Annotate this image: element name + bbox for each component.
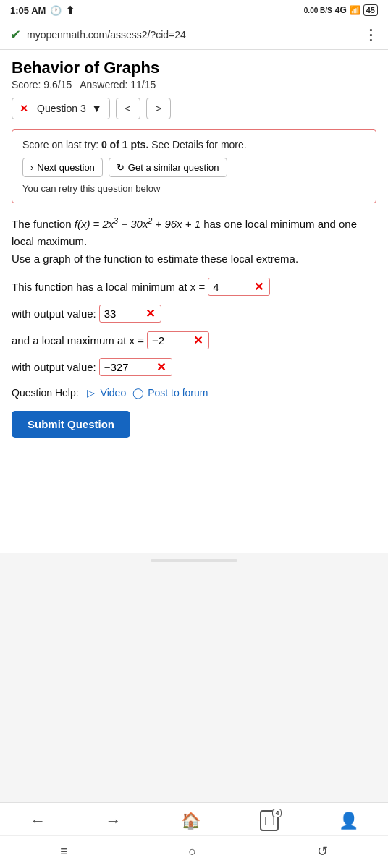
forum-icon: ◯	[132, 386, 145, 399]
local-max-clear-button[interactable]: ✕	[192, 333, 204, 347]
reload-button[interactable]: ↺	[303, 841, 342, 862]
security-shield-icon: ✔	[10, 27, 21, 43]
math-formula: f(x) = 2x3 − 30x2 + 96x + 1	[75, 218, 201, 230]
output-value-2-input[interactable]	[104, 361, 155, 373]
local-min-input[interactable]	[213, 281, 253, 293]
output-value-1-input[interactable]	[104, 307, 144, 320]
retry-text-container: You can retry this question below	[22, 182, 366, 194]
local-min-label: This function has a local minimum at x =	[12, 281, 205, 293]
battery-display: 45	[363, 4, 378, 16]
post-to-forum-label: Post to forum	[148, 387, 208, 399]
question-nav: ✕ Question 3 ▼ < >	[12, 98, 376, 119]
local-max-row: and a local maximum at x = ✕	[12, 331, 376, 349]
status-right: 0.00 B/S 4G 📶 45	[304, 4, 378, 16]
forward-icon: →	[106, 812, 122, 830]
tabs-button[interactable]: □ 4	[260, 810, 279, 831]
question-number: Question 3	[37, 103, 86, 114]
question-help: Question Help: ▷ Video ◯ Post to forum	[12, 386, 376, 399]
forward-button[interactable]: →	[106, 812, 122, 830]
refresh-icon: ↻	[117, 162, 125, 173]
local-max-label: and a local maximum at x =	[12, 334, 144, 346]
local-max-input[interactable]	[152, 334, 192, 346]
tabs-count: 4	[272, 809, 282, 817]
output-value-2-row: with output value: ✕	[12, 358, 376, 376]
question-help-label: Question Help:	[12, 387, 79, 399]
output-value-1-label: with output value:	[12, 307, 96, 320]
network-type: 4G	[335, 5, 347, 15]
divider-bar	[151, 559, 237, 562]
output-value-1-clear-button[interactable]: ✕	[144, 307, 156, 320]
browser-nav-icons: ← → 🏠 □ 4 👤	[0, 803, 388, 835]
score-line: Score: 9.6/15 Answered: 11/15	[12, 79, 376, 90]
question-selector[interactable]: ✕ Question 3 ▼	[12, 98, 110, 119]
problem-instruction: Use a graph of the function to estimate …	[12, 252, 298, 265]
problem-description: The function f(x) = 2x3 − 30x2 + 96x + 1…	[12, 215, 376, 268]
reload-icon: ↺	[317, 844, 328, 859]
upload-icon: ⬆	[66, 4, 75, 16]
post-to-forum-link[interactable]: ◯ Post to forum	[132, 386, 208, 399]
menu-button[interactable]: ≡	[46, 841, 83, 862]
output-value-2-clear-button[interactable]: ✕	[155, 360, 167, 374]
prev-question-button[interactable]: <	[116, 98, 140, 119]
get-similar-button[interactable]: ↻ Get a similar question	[109, 158, 227, 177]
score-notice-bold: 0 of 1 pts.	[101, 139, 148, 150]
back-button[interactable]: ←	[30, 812, 46, 830]
output-value-1-row: with output value: ✕	[12, 305, 376, 323]
scroll-indicator	[0, 553, 388, 575]
back-icon: ←	[30, 812, 46, 830]
problem-section: The function f(x) = 2x3 − 30x2 + 96x + 1…	[12, 215, 376, 376]
score-notice-text: Score on last try: 0 of 1 pts. See Detai…	[22, 139, 366, 150]
url-display[interactable]: myopenmath.com/assess2/?cid=24	[27, 29, 358, 41]
system-nav-bar: ≡ ○ ↺	[0, 835, 388, 868]
profile-icon: 👤	[339, 812, 358, 830]
home-button[interactable]: 🏠	[181, 812, 201, 830]
status-bar: 1:05 AM 🕐 ⬆ 0.00 B/S 4G 📶 45	[0, 0, 388, 20]
output-value-2-label: with output value:	[12, 361, 96, 373]
alarm-icon: 🕐	[50, 5, 62, 16]
circle-button[interactable]: ○	[174, 841, 211, 862]
retry-text: You can retry this question below	[22, 183, 160, 194]
next-question-button[interactable]: >	[146, 98, 171, 119]
score-notice-prefix: Score on last try:	[22, 139, 101, 150]
status-left: 1:05 AM 🕐 ⬆	[10, 4, 75, 16]
browser-bar: ✔ myopenmath.com/assess2/?cid=24 ⋮	[0, 20, 388, 50]
score-notice: Score on last try: 0 of 1 pts. See Detai…	[12, 129, 376, 203]
answered-value: Answered: 11/15	[80, 79, 156, 90]
time-display: 1:05 AM	[10, 5, 46, 16]
question-x-mark: ✕	[20, 103, 28, 114]
signal-icon: 📶	[350, 5, 360, 15]
next-arrow-icon: ›	[30, 162, 33, 173]
profile-button[interactable]: 👤	[339, 812, 358, 830]
local-min-clear-button[interactable]: ✕	[253, 280, 265, 294]
video-icon: ▷	[85, 386, 98, 399]
network-speed: 0.00 B/S	[304, 7, 332, 14]
home-icon: 🏠	[181, 812, 201, 830]
video-help-link[interactable]: ▷ Video	[85, 386, 127, 399]
notice-buttons: › Next question ↻ Get a similar question	[22, 158, 366, 177]
more-options-icon[interactable]: ⋮	[363, 26, 378, 43]
bottom-nav: ← → 🏠 □ 4 👤 ≡ ○ ↺	[0, 802, 388, 868]
submit-question-button[interactable]: Submit Question	[12, 411, 130, 438]
dropdown-arrow-icon: ▼	[92, 103, 102, 114]
page-title: Behavior of Graphs	[12, 59, 376, 77]
circle-icon: ○	[188, 844, 196, 859]
menu-icon: ≡	[60, 844, 68, 859]
bottom-spacer	[12, 452, 376, 553]
local-min-input-wrapper[interactable]: ✕	[208, 278, 270, 296]
local-max-input-wrapper[interactable]: ✕	[147, 331, 209, 349]
local-min-row: This function has a local minimum at x =…	[12, 278, 376, 296]
next-question-notice-button[interactable]: › Next question	[22, 158, 103, 177]
video-label: Video	[101, 387, 127, 399]
output-value-2-input-wrapper[interactable]: ✕	[99, 358, 172, 376]
score-value: Score: 9.6/15	[12, 79, 72, 90]
output-value-1-input-wrapper[interactable]: ✕	[99, 305, 161, 323]
page-content: Behavior of Graphs Score: 9.6/15 Answere…	[0, 50, 388, 553]
score-notice-suffix: See Details for more.	[148, 139, 246, 150]
